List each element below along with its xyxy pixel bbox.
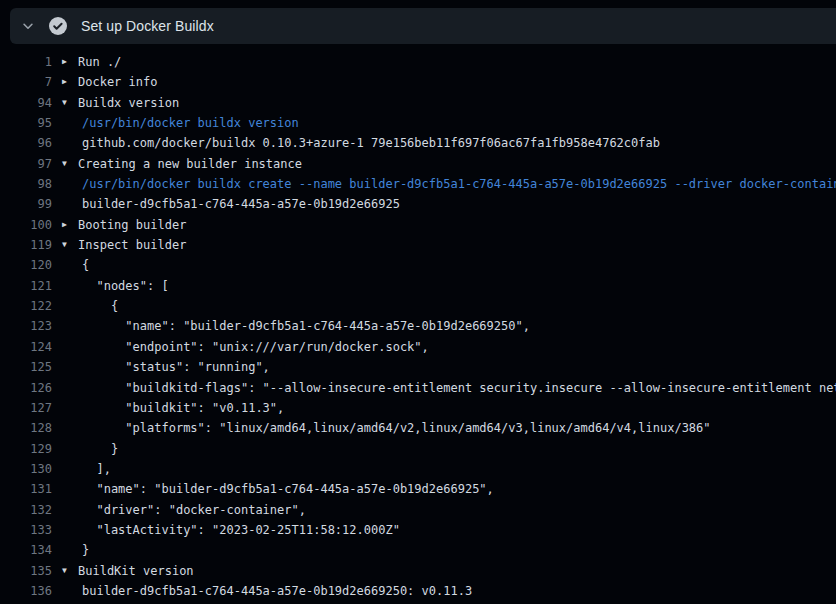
log-line[interactable]: 135▼BuildKit version bbox=[0, 561, 836, 581]
log-line: 120{ bbox=[0, 255, 836, 275]
output-text: "endpoint": "unix:///var/run/docker.sock… bbox=[82, 337, 429, 357]
output-text: { bbox=[82, 255, 89, 275]
line-number[interactable]: 131 bbox=[0, 479, 52, 499]
log-line: 95/usr/bin/docker buildx version bbox=[0, 113, 836, 133]
triangle-down-icon: ▼ bbox=[62, 93, 74, 113]
group-title: Buildx version bbox=[78, 93, 179, 113]
output-text: { bbox=[82, 296, 118, 316]
line-number[interactable]: 126 bbox=[0, 378, 52, 398]
output-text: "platforms": "linux/amd64,linux/amd64/v2… bbox=[82, 418, 711, 438]
output-text: "status": "running", bbox=[82, 357, 270, 377]
line-number[interactable]: 124 bbox=[0, 337, 52, 357]
log-line: 126 "buildkitd-flags": "--allow-insecure… bbox=[0, 378, 836, 398]
line-number[interactable]: 135 bbox=[0, 561, 52, 581]
line-number[interactable]: 96 bbox=[0, 133, 52, 153]
line-number[interactable]: 123 bbox=[0, 316, 52, 336]
log-line: 129 } bbox=[0, 439, 836, 459]
output-text: builder-d9cfb5a1-c764-445a-a57e-0b19d2e6… bbox=[82, 194, 400, 214]
log-line: 123 "name": "builder-d9cfb5a1-c764-445a-… bbox=[0, 316, 836, 336]
output-text: github.com/docker/buildx 0.10.3+azure-1 … bbox=[82, 133, 660, 153]
line-number[interactable]: 128 bbox=[0, 418, 52, 438]
output-text: "name": "builder-d9cfb5a1-c764-445a-a57e… bbox=[82, 316, 530, 336]
log-line: 96github.com/docker/buildx 0.10.3+azure-… bbox=[0, 133, 836, 153]
log-line[interactable]: 97▼Creating a new builder instance bbox=[0, 154, 836, 174]
chevron-down-icon[interactable] bbox=[20, 18, 36, 34]
line-number[interactable]: 132 bbox=[0, 500, 52, 520]
line-number[interactable]: 97 bbox=[0, 154, 52, 174]
log-line: 121 "nodes": [ bbox=[0, 276, 836, 296]
line-number[interactable]: 7 bbox=[0, 72, 52, 92]
line-number[interactable]: 95 bbox=[0, 113, 52, 133]
log-line[interactable]: 100▶Booting builder bbox=[0, 215, 836, 235]
line-number[interactable]: 119 bbox=[0, 235, 52, 255]
log-line: 133 "lastActivity": "2023-02-25T11:58:12… bbox=[0, 520, 836, 540]
output-text: "lastActivity": "2023-02-25T11:58:12.000… bbox=[82, 520, 400, 540]
log-line[interactable]: 1▶Run ./ bbox=[0, 52, 836, 72]
log-line: 131 "name": "builder-d9cfb5a1-c764-445a-… bbox=[0, 479, 836, 499]
step-header[interactable]: Set up Docker Buildx bbox=[10, 8, 836, 44]
line-number[interactable]: 121 bbox=[0, 276, 52, 296]
output-text: } bbox=[82, 540, 89, 560]
line-number[interactable]: 94 bbox=[0, 93, 52, 113]
line-number[interactable]: 1 bbox=[0, 52, 52, 72]
output-text: "name": "builder-d9cfb5a1-c764-445a-a57e… bbox=[82, 479, 494, 499]
output-text: "buildkit": "v0.11.3", bbox=[82, 398, 284, 418]
log-line: 127 "buildkit": "v0.11.3", bbox=[0, 398, 836, 418]
group-title: Booting builder bbox=[78, 215, 186, 235]
triangle-down-icon: ▼ bbox=[62, 561, 74, 581]
step-title: Set up Docker Buildx bbox=[81, 18, 214, 34]
log-line: 128 "platforms": "linux/amd64,linux/amd6… bbox=[0, 418, 836, 438]
log-line[interactable]: 119▼Inspect builder bbox=[0, 235, 836, 255]
triangle-right-icon: ▶ bbox=[62, 215, 74, 235]
line-number[interactable]: 136 bbox=[0, 581, 52, 601]
log-line: 130 ], bbox=[0, 459, 836, 479]
output-text: "buildkitd-flags": "--allow-insecure-ent… bbox=[82, 378, 836, 398]
log-line[interactable]: 94▼Buildx version bbox=[0, 93, 836, 113]
log-line: 125 "status": "running", bbox=[0, 357, 836, 377]
triangle-right-icon: ▶ bbox=[62, 72, 74, 92]
log-line: 99builder-d9cfb5a1-c764-445a-a57e-0b19d2… bbox=[0, 194, 836, 214]
group-title: Run ./ bbox=[78, 52, 121, 72]
log-line: 136builder-d9cfb5a1-c764-445a-a57e-0b19d… bbox=[0, 581, 836, 601]
output-text: builder-d9cfb5a1-c764-445a-a57e-0b19d2e6… bbox=[82, 581, 472, 601]
triangle-right-icon: ▶ bbox=[62, 52, 74, 72]
log-area: 1▶Run ./7▶Docker info94▼Buildx version95… bbox=[0, 52, 836, 604]
output-text: "nodes": [ bbox=[82, 276, 169, 296]
line-number[interactable]: 133 bbox=[0, 520, 52, 540]
triangle-down-icon: ▼ bbox=[62, 235, 74, 255]
line-number[interactable]: 134 bbox=[0, 540, 52, 560]
log-line: 132 "driver": "docker-container", bbox=[0, 500, 836, 520]
line-number[interactable]: 125 bbox=[0, 357, 52, 377]
triangle-down-icon: ▼ bbox=[62, 154, 74, 174]
log-line[interactable]: 7▶Docker info bbox=[0, 72, 836, 92]
line-number[interactable]: 98 bbox=[0, 174, 52, 194]
line-number[interactable]: 129 bbox=[0, 439, 52, 459]
log-line: 122 { bbox=[0, 296, 836, 316]
group-title: Creating a new builder instance bbox=[78, 154, 302, 174]
line-number[interactable]: 130 bbox=[0, 459, 52, 479]
command-text: /usr/bin/docker buildx create --name bui… bbox=[82, 174, 836, 194]
output-text: } bbox=[82, 439, 118, 459]
line-number[interactable]: 100 bbox=[0, 215, 52, 235]
log-line: 124 "endpoint": "unix:///var/run/docker.… bbox=[0, 337, 836, 357]
line-number[interactable]: 127 bbox=[0, 398, 52, 418]
line-number[interactable]: 122 bbox=[0, 296, 52, 316]
line-number[interactable]: 120 bbox=[0, 255, 52, 275]
line-number[interactable]: 99 bbox=[0, 194, 52, 214]
output-text: ], bbox=[82, 459, 111, 479]
log-line: 98/usr/bin/docker buildx create --name b… bbox=[0, 174, 836, 194]
check-circle-icon bbox=[49, 17, 67, 35]
group-title: Inspect builder bbox=[78, 235, 186, 255]
command-text: /usr/bin/docker buildx version bbox=[82, 113, 299, 133]
group-title: Docker info bbox=[78, 72, 157, 92]
output-text: "driver": "docker-container", bbox=[82, 500, 306, 520]
group-title: BuildKit version bbox=[78, 561, 194, 581]
log-line: 134} bbox=[0, 540, 836, 560]
